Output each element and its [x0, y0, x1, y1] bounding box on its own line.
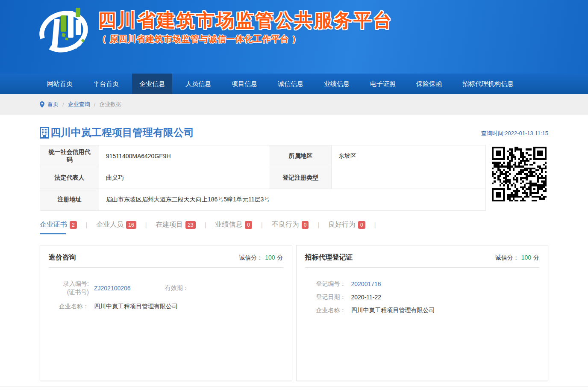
certificate-number-link[interactable]: ZJ202100206: [94, 285, 131, 292]
field-label: 录入编号: (证书号): [50, 280, 89, 296]
company-name-heading: 四川中岚工程项目管理有限公司: [40, 126, 194, 139]
card-title: 招标代理登记证: [305, 253, 353, 262]
info-value: 眉山市东坡区眉州大道东三段天天向上186号5幢1单元11层3号: [99, 189, 486, 211]
nav-item-project-info[interactable]: 项目信息: [224, 74, 265, 94]
credit-score-value: 100: [521, 254, 531, 261]
qr-code: [490, 145, 548, 203]
breadcrumb-bar: 首页 / 企业查询 / 企业数据: [0, 94, 588, 115]
field-label: 企业名称：: [307, 306, 346, 315]
nav-item-personnel-info[interactable]: 人员信息: [178, 74, 218, 94]
tab-good-behavior[interactable]: 良好行为 0: [328, 220, 365, 234]
table-row: 法定代表人 曲义巧 登记注册类型: [40, 167, 486, 189]
breadcrumb-separator: /: [94, 101, 96, 108]
certificate-card-cost-consulting: 造价咨询 诚信分：100分 录入编号: (证书号) ZJ202100206 有效…: [40, 245, 292, 381]
query-time: 查询时间:2022-01-13 11:15: [481, 130, 548, 139]
credit-score: 诚信分：100分: [239, 254, 283, 262]
info-value: [332, 167, 486, 189]
main-content: 四川中岚工程项目管理有限公司 查询时间:2022-01-13 11:15 统一社…: [40, 126, 548, 381]
nav-item-e-certificate[interactable]: 电子证照: [363, 74, 403, 94]
field-label: 登记编号：: [307, 280, 346, 288]
tab-enterprise-personnel[interactable]: 企业人员 16: [96, 220, 136, 234]
info-label: 注册地址: [40, 189, 99, 211]
tab-separator: |: [374, 222, 376, 233]
tab-separator: |: [145, 222, 147, 233]
nav-item-enterprise-info[interactable]: 企业信息: [132, 74, 172, 94]
breadcrumb-separator: /: [62, 101, 64, 108]
footer-divider: [0, 387, 588, 390]
tabs-row: 企业证书 2 | 企业人员 16 | 在建项目 23 | 业绩信息 0 | 不良…: [40, 220, 548, 234]
site-header: 四川省建筑市场监管公共服务平台 （ 原四川省建筑市场监管与诚信一体化工作平台 ）: [0, 0, 588, 74]
site-title: 四川省建筑市场监管公共服务平台: [98, 10, 393, 30]
certificate-cards: 造价咨询 诚信分：100分 录入编号: (证书号) ZJ202100206 有效…: [40, 245, 548, 381]
field-value: 四川中岚工程项目管理有限公司: [351, 307, 435, 314]
table-row: 统一社会信用代码 91511400MA6420GE9H 所属地区 东坡区: [40, 145, 486, 167]
field-value: 2020-11-22: [351, 294, 382, 301]
breadcrumb: 首页 / 企业查询 / 企业数据: [40, 94, 548, 115]
tab-count-badge: 0: [245, 221, 252, 229]
field-label: 登记日期：: [307, 293, 346, 301]
nav-item-credit-info[interactable]: 诚信信息: [270, 74, 311, 94]
info-value: 曲义巧: [99, 167, 270, 189]
info-label: 统一社会信用代码: [40, 145, 99, 167]
tab-enterprise-certificates[interactable]: 企业证书 2: [40, 220, 77, 234]
tab-count-badge: 16: [126, 221, 136, 229]
tab-performance-info[interactable]: 业绩信息 0: [215, 220, 252, 234]
tab-separator: |: [318, 222, 319, 233]
info-label: 法定代表人: [40, 167, 99, 189]
tab-separator: |: [205, 222, 206, 233]
nav-item-platform-home[interactable]: 平台首页: [86, 74, 126, 94]
credit-score-value: 100: [265, 254, 275, 261]
tab-separator: |: [261, 222, 263, 233]
building-icon: [40, 127, 49, 139]
field-value: 四川中岚工程项目管理有限公司: [94, 303, 178, 310]
tab-count-badge: 2: [70, 221, 77, 229]
tab-count-badge: 0: [358, 221, 365, 229]
site-logo-icon: [37, 5, 92, 56]
tab-count-badge: 0: [302, 221, 309, 229]
tab-projects-under-construction[interactable]: 在建项目 23: [156, 220, 195, 234]
info-label: 登记注册类型: [270, 167, 332, 189]
nav-item-insurance-guarantee[interactable]: 保险保函: [409, 74, 449, 94]
breadcrumb-enterprise-search-link[interactable]: 企业查询: [68, 100, 90, 108]
location-pin-icon: [40, 101, 44, 108]
registration-number-link[interactable]: 202001716: [351, 281, 381, 287]
nav-item-bidding-agency-info[interactable]: 招标代理机构信息: [455, 74, 521, 94]
table-row: 注册地址 眉山市东坡区眉州大道东三段天天向上186号5幢1单元11层3号: [40, 189, 486, 211]
card-title: 造价咨询: [49, 253, 76, 262]
tab-separator: |: [86, 222, 88, 233]
nav-item-home[interactable]: 网站首页: [40, 74, 80, 94]
certificate-card-bidding-agency: 招标代理登记证 诚信分：100分 登记编号： 202001716 登记日期： 2…: [296, 245, 549, 381]
company-info-table: 统一社会信用代码 91511400MA6420GE9H 所属地区 东坡区 法定代…: [40, 145, 486, 211]
field-label: 有效期：: [165, 284, 189, 292]
info-value: 东坡区: [332, 145, 486, 167]
tab-count-badge: 23: [185, 221, 195, 229]
site-subtitle: （ 原四川省建筑市场监管与诚信一体化工作平台 ）: [98, 33, 393, 45]
company-name-text: 四川中岚工程项目管理有限公司: [50, 126, 194, 139]
main-nav: 网站首页 平台首页 企业信息 人员信息 项目信息 诚信信息 业绩信息 电子证照 …: [0, 74, 588, 94]
nav-item-performance-info[interactable]: 业绩信息: [317, 74, 357, 94]
breadcrumb-home-link[interactable]: 首页: [47, 100, 59, 108]
info-label: 所属地区: [270, 145, 332, 167]
breadcrumb-current: 企业数据: [99, 100, 121, 108]
field-label: 企业名称：: [50, 302, 89, 311]
credit-score: 诚信分：100分: [495, 254, 539, 262]
tab-bad-behavior[interactable]: 不良行为 0: [272, 220, 309, 234]
info-value: 91511400MA6420GE9H: [99, 145, 270, 167]
